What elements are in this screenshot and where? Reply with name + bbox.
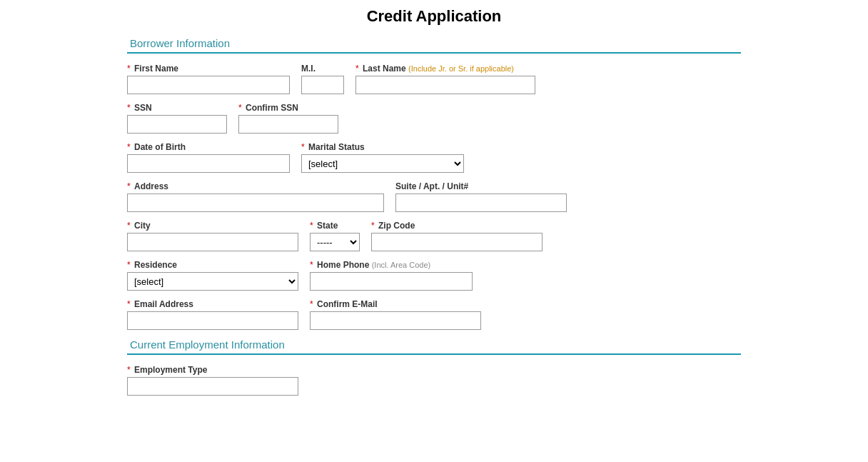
address-label: * Address <box>127 181 384 191</box>
confirm-email-label: * Confirm E-Mail <box>310 299 481 309</box>
confirm-ssn-input[interactable] <box>238 115 338 134</box>
last-name-input[interactable] <box>355 76 535 94</box>
dob-field: * Date of Birth <box>127 142 290 173</box>
marital-required: * <box>301 142 305 152</box>
confirm-email-input[interactable] <box>310 311 481 330</box>
last-name-note: (Include Jr. or Sr. if applicable) <box>408 64 514 73</box>
suite-field: Suite / Apt. / Unit# <box>395 181 567 212</box>
name-row: * First Name M.I. * Last Name (Include J… <box>127 64 741 94</box>
state-field: * State ----- ALAKAZAR CACOCTDE FLGAHIID… <box>310 221 360 251</box>
residence-select[interactable]: [select] Own Rent Other <box>127 272 298 291</box>
city-label: * City <box>127 221 298 231</box>
dob-label: * Date of Birth <box>127 142 290 152</box>
zip-label: * Zip Code <box>371 221 542 231</box>
mi-input[interactable] <box>301 76 344 94</box>
home-phone-label: * Home Phone (Incl. Area Code) <box>310 260 473 270</box>
city-label-text: City <box>134 221 151 231</box>
suite-input[interactable] <box>395 194 567 212</box>
address-required: * <box>127 181 131 191</box>
email-field: * Email Address <box>127 299 298 330</box>
ssn-required: * <box>127 103 131 113</box>
employment-type-input[interactable] <box>127 377 298 396</box>
employment-type-label: * Employment Type <box>127 365 298 375</box>
residence-label-text: Residence <box>134 260 177 270</box>
residence-required: * <box>127 260 131 270</box>
first-name-input[interactable] <box>127 76 290 94</box>
confirm-email-label-text: Confirm E-Mail <box>317 299 378 309</box>
employment-type-row: * Employment Type <box>127 365 741 396</box>
zip-required: * <box>371 221 375 231</box>
home-phone-note: (Incl. Area Code) <box>372 261 431 269</box>
marital-label-text: Marital Status <box>308 142 365 152</box>
home-phone-input[interactable] <box>310 272 473 291</box>
mi-field: M.I. <box>301 64 344 94</box>
address-row: * Address Suite / Apt. / Unit# <box>127 181 741 212</box>
ssn-label-text: SSN <box>134 103 152 113</box>
last-name-required: * <box>355 64 359 74</box>
confirm-ssn-label-text: Confirm SSN <box>246 103 298 113</box>
marital-status-select[interactable]: [select] Single Married Divorced Widowed… <box>301 154 464 173</box>
confirm-ssn-field: * Confirm SSN <box>238 103 338 134</box>
email-label-text: Email Address <box>134 299 193 309</box>
borrower-section: Borrower Information * First Name M.I. * <box>127 37 741 330</box>
email-label: * Email Address <box>127 299 298 309</box>
city-state-zip-row: * City * State ----- ALAKAZAR CACOCTDE F… <box>127 221 741 251</box>
home-phone-field: * Home Phone (Incl. Area Code) <box>310 260 473 291</box>
suite-label: Suite / Apt. / Unit# <box>395 181 567 191</box>
first-name-field: * First Name <box>127 64 290 94</box>
email-required: * <box>127 299 131 309</box>
last-name-label-text: Last Name <box>363 64 406 74</box>
state-label: * State <box>310 221 360 231</box>
employment-section: Current Employment Information * Employm… <box>127 338 741 396</box>
address-field: * Address <box>127 181 384 212</box>
borrower-section-heading: Borrower Information <box>127 37 741 49</box>
employment-type-field: * Employment Type <box>127 365 298 396</box>
last-name-field: * Last Name (Include Jr. or Sr. if appli… <box>355 64 535 94</box>
ssn-row: * SSN * Confirm SSN <box>127 103 741 134</box>
borrower-divider <box>127 52 741 54</box>
residence-label: * Residence <box>127 260 298 270</box>
ssn-input[interactable] <box>127 115 227 134</box>
zip-label-text: Zip Code <box>378 221 415 231</box>
marital-status-label: * Marital Status <box>301 142 464 152</box>
email-input[interactable] <box>127 311 298 330</box>
dob-label-text: Date of Birth <box>134 142 186 152</box>
email-row: * Email Address * Confirm E-Mail <box>127 299 741 330</box>
dob-input[interactable] <box>127 154 290 173</box>
state-required: * <box>310 221 313 231</box>
confirm-ssn-required: * <box>238 103 242 113</box>
mi-label: M.I. <box>301 64 344 74</box>
city-field: * City <box>127 221 298 251</box>
first-name-label-text: First Name <box>134 64 178 74</box>
employment-divider <box>127 353 741 355</box>
state-select[interactable]: ----- ALAKAZAR CACOCTDE FLGAHIID ILINIAK… <box>310 233 360 251</box>
city-input[interactable] <box>127 233 298 251</box>
last-name-label: * Last Name (Include Jr. or Sr. if appli… <box>355 64 535 74</box>
zip-field: * Zip Code <box>371 221 542 251</box>
address-label-text: Address <box>134 181 168 191</box>
zip-input[interactable] <box>371 233 542 251</box>
home-phone-label-text: Home Phone <box>317 260 369 270</box>
confirm-email-required: * <box>310 299 313 309</box>
suite-label-text: Suite / Apt. / Unit# <box>395 181 468 191</box>
employment-section-heading: Current Employment Information <box>127 338 741 351</box>
dob-marital-row: * Date of Birth * Marital Status [select… <box>127 142 741 173</box>
employment-type-required: * <box>127 365 131 375</box>
page-title: Credit Application <box>127 7 741 26</box>
first-name-required: * <box>127 64 131 74</box>
confirm-ssn-label: * Confirm SSN <box>238 103 338 113</box>
mi-label-text: M.I. <box>301 64 316 74</box>
city-required: * <box>127 221 131 231</box>
residence-phone-row: * Residence [select] Own Rent Other * Ho… <box>127 260 741 291</box>
residence-field: * Residence [select] Own Rent Other <box>127 260 298 291</box>
dob-required: * <box>127 142 131 152</box>
ssn-field: * SSN <box>127 103 227 134</box>
ssn-label: * SSN <box>127 103 227 113</box>
first-name-label: * First Name <box>127 64 290 74</box>
confirm-email-field: * Confirm E-Mail <box>310 299 481 330</box>
marital-status-field: * Marital Status [select] Single Married… <box>301 142 464 173</box>
employment-type-label-text: Employment Type <box>134 365 207 375</box>
home-phone-required: * <box>310 260 313 270</box>
address-input[interactable] <box>127 194 384 212</box>
state-label-text: State <box>317 221 338 231</box>
